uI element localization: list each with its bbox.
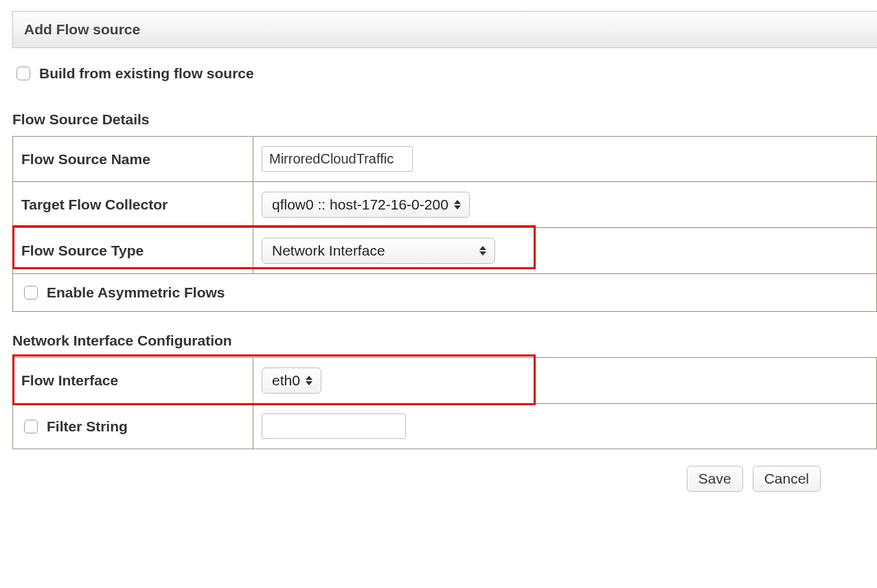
cell-target-flow-collector: qflow0 :: host-172-16-0-200 bbox=[253, 182, 877, 228]
target-flow-collector-select[interactable]: qflow0 :: host-172-16-0-200 bbox=[262, 192, 470, 218]
enable-asymmetric-label: Enable Asymmetric Flows bbox=[47, 284, 225, 301]
row-flow-interface: Flow Interface eth0 bbox=[13, 358, 877, 404]
label-filter-string: Filter String bbox=[47, 418, 128, 435]
enable-asymmetric-checkbox[interactable] bbox=[24, 286, 38, 299]
select-arrows-icon bbox=[479, 246, 486, 256]
flow-source-type-value: Network Interface bbox=[272, 242, 385, 259]
filter-string-checkbox[interactable] bbox=[24, 420, 38, 433]
filter-string-input[interactable] bbox=[262, 414, 406, 439]
panel-header: Add Flow source bbox=[12, 11, 877, 48]
label-target-flow-collector: Target Flow Collector bbox=[13, 182, 253, 228]
build-from-existing-label: Build from existing flow source bbox=[39, 65, 254, 82]
label-flow-source-name: Flow Source Name bbox=[13, 137, 253, 182]
section-heading-nic: Network Interface Configuration bbox=[12, 312, 877, 357]
cell-flow-source-name bbox=[253, 137, 877, 182]
label-flow-source-type: Flow Source Type bbox=[13, 228, 253, 274]
flow-interface-select[interactable]: eth0 bbox=[262, 368, 321, 394]
nic-table-wrapper: Flow Interface eth0 Filter String bbox=[12, 357, 877, 449]
nic-config-table: Flow Interface eth0 Filter String bbox=[12, 357, 877, 449]
target-flow-collector-value: qflow0 :: host-172-16-0-200 bbox=[272, 196, 448, 213]
cell-flow-interface: eth0 bbox=[253, 358, 877, 404]
build-from-existing-row: Build from existing flow source bbox=[12, 48, 877, 91]
panel-title: Add Flow source bbox=[24, 21, 140, 37]
details-table-wrapper: Flow Source Name Target Flow Collector q… bbox=[12, 136, 877, 312]
label-flow-interface: Flow Interface bbox=[13, 358, 253, 404]
flow-source-details-table: Flow Source Name Target Flow Collector q… bbox=[12, 136, 877, 312]
cell-enable-asymmetric: Enable Asymmetric Flows bbox=[13, 274, 877, 312]
row-filter-string: Filter String bbox=[13, 404, 877, 449]
cancel-button[interactable]: Cancel bbox=[753, 466, 821, 492]
row-flow-source-type: Flow Source Type Network Interface bbox=[13, 228, 877, 274]
row-enable-asymmetric: Enable Asymmetric Flows bbox=[13, 274, 877, 312]
build-from-existing-checkbox[interactable] bbox=[16, 67, 30, 80]
row-flow-source-name: Flow Source Name bbox=[13, 137, 877, 182]
save-button[interactable]: Save bbox=[687, 466, 743, 492]
section-heading-details: Flow Source Details bbox=[12, 91, 877, 136]
flow-source-name-input[interactable] bbox=[262, 146, 413, 172]
flow-interface-value: eth0 bbox=[272, 372, 300, 389]
flow-source-type-select[interactable]: Network Interface bbox=[262, 238, 495, 264]
select-arrows-icon bbox=[306, 376, 312, 385]
cell-filter-string-label: Filter String bbox=[13, 404, 253, 449]
select-arrows-icon bbox=[454, 200, 461, 210]
cell-filter-string-input bbox=[253, 404, 877, 449]
button-row: Save Cancel bbox=[12, 449, 877, 492]
row-target-flow-collector: Target Flow Collector qflow0 :: host-172… bbox=[13, 182, 877, 228]
cell-flow-source-type: Network Interface bbox=[253, 228, 877, 274]
